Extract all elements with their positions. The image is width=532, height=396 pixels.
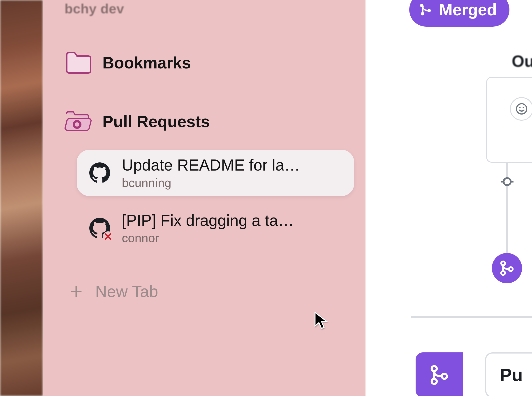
folder-open-icon <box>65 109 92 134</box>
pull-request-item[interactable]: [PIP] Fix dragging a ta… connor <box>77 205 354 251</box>
svg-point-2 <box>516 104 527 114</box>
svg-point-10 <box>509 267 513 271</box>
pull-request-title: Update README for la… <box>122 156 300 175</box>
sidebar-section-bookmarks[interactable]: Bookmarks <box>43 50 366 75</box>
merged-label: Merged <box>439 0 497 19</box>
svg-point-13 <box>442 374 447 379</box>
svg-point-12 <box>432 379 437 384</box>
bottom-partial-text: Pu <box>500 365 523 385</box>
pull-request-author: bcunning <box>122 176 300 190</box>
svg-point-8 <box>501 261 505 265</box>
divider <box>411 316 532 318</box>
github-icon <box>89 163 110 183</box>
emoji-reaction-button[interactable] <box>510 97 532 121</box>
commit-icon <box>501 175 514 188</box>
desktop-wallpaper <box>0 0 43 396</box>
bookmarks-label: Bookmarks <box>102 53 191 72</box>
partial-heading: Ou <box>512 52 532 70</box>
closed-x-icon <box>103 231 113 242</box>
svg-point-3 <box>519 107 521 108</box>
pull-request-item[interactable]: Update README for la… bcunning <box>77 150 354 196</box>
merge-node[interactable] <box>492 253 522 283</box>
svg-point-5 <box>504 178 511 185</box>
git-merge-icon <box>499 261 515 276</box>
bottom-action-pill[interactable]: Pu <box>485 352 532 396</box>
new-tab-label: New Tab <box>95 282 158 301</box>
sidebar: bchy dev Bookmarks Pull Requests Update … <box>43 0 366 396</box>
merge-button[interactable] <box>416 352 463 396</box>
folder-icon <box>65 50 92 75</box>
svg-point-4 <box>523 107 524 108</box>
github-icon <box>89 218 110 239</box>
pull-requests-label: Pull Requests <box>102 112 210 131</box>
pull-request-list: Update README for la… bcunning [PIP] Fix… <box>43 150 366 251</box>
mouse-cursor <box>314 312 328 331</box>
smiley-icon <box>515 103 528 115</box>
sidebar-section-pull-requests[interactable]: Pull Requests <box>43 109 366 134</box>
new-tab-button[interactable]: + New Tab <box>43 280 366 302</box>
git-merge-icon <box>419 3 433 17</box>
pull-request-author: connor <box>122 231 294 245</box>
git-merge-icon <box>429 365 449 385</box>
workspace-title[interactable]: bchy dev <box>43 0 366 17</box>
merged-badge: Merged <box>409 0 509 27</box>
plus-icon: + <box>70 280 83 302</box>
svg-point-1 <box>75 122 79 127</box>
content-panel: Merged Ou Pu <box>366 0 532 396</box>
svg-point-11 <box>432 366 437 371</box>
pull-request-title: [PIP] Fix dragging a ta… <box>122 211 294 230</box>
svg-point-9 <box>501 271 505 275</box>
